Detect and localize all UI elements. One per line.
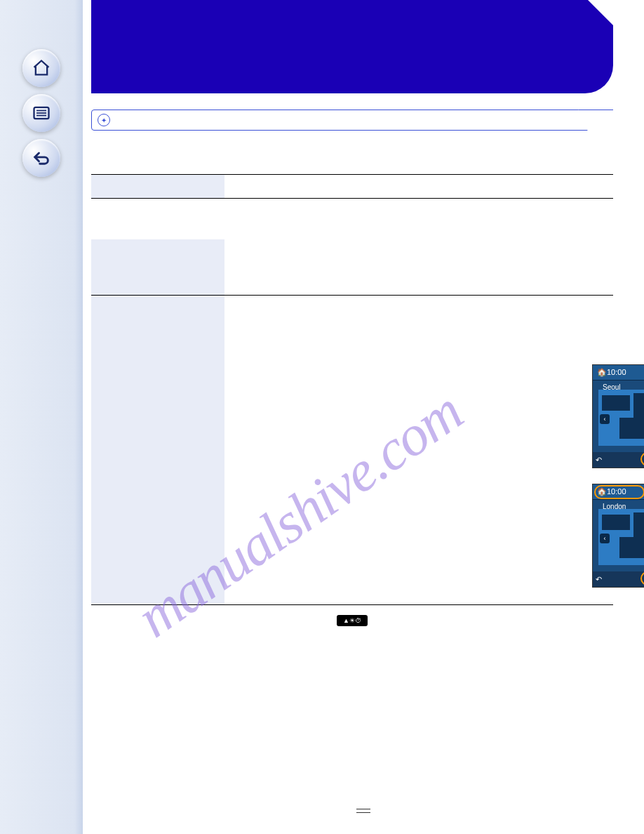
spacer-left (91, 199, 224, 239)
row-label (91, 175, 224, 198)
thumb-back[interactable]: ↶ (596, 456, 602, 465)
row-label (91, 239, 224, 295)
row-value (224, 239, 613, 295)
tip-bar: ✦ (91, 110, 613, 131)
table-row (91, 175, 613, 199)
title-banner (91, 0, 613, 93)
table-row (91, 239, 613, 296)
page: ✦ 🏠10:00 ✈19:00 Seoul Toky (83, 0, 644, 834)
left-rail (0, 0, 83, 834)
row-thumbnails: 🏠10:00 ✈19:00 Seoul Tokyo 👆 ‹ › ☀⏱ (224, 296, 613, 604)
table-spacer (91, 199, 613, 239)
prev-arrow[interactable]: ‹ (600, 534, 610, 543)
menu-icon (32, 103, 51, 123)
settings-table: 🏠10:00 ✈19:00 Seoul Tokyo 👆 ‹ › ☀⏱ (91, 174, 613, 605)
menu-button[interactable] (22, 94, 60, 132)
home-button[interactable] (22, 49, 60, 87)
world-time-home-thumb: 🏠10:00 London Casablanca 👆 ‹ › ☀⏱ (592, 484, 644, 588)
world-time-dest-thumb: 🏠10:00 ✈19:00 Seoul Tokyo 👆 ‹ › ☀⏱ (592, 364, 644, 468)
thumb-back[interactable]: ↶ (596, 575, 602, 584)
home-time: 🏠10:00 (597, 368, 626, 377)
page-number (83, 809, 644, 813)
row-label (91, 296, 224, 604)
highlight-home-time (594, 485, 644, 499)
prev-arrow[interactable]: ‹ (600, 414, 610, 424)
thumb-top: 🏠10:00 ✈19:00 (593, 365, 644, 380)
dst-badge: ▲☀⏱ (337, 615, 368, 626)
home-icon (32, 58, 51, 78)
badge-row: ▲☀⏱ (91, 615, 613, 626)
back-button[interactable] (22, 139, 60, 177)
table-row: 🏠10:00 ✈19:00 Seoul Tokyo 👆 ‹ › ☀⏱ (91, 296, 613, 605)
row-value (224, 175, 613, 198)
bulb-icon: ✦ (98, 114, 110, 126)
back-icon (32, 148, 51, 168)
spacer-right (224, 199, 613, 239)
